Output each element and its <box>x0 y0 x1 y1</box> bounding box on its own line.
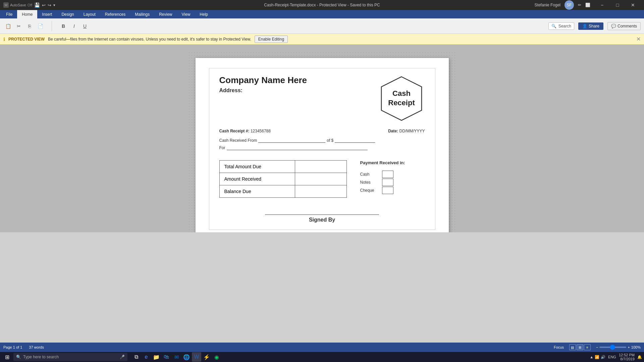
summary-section: Total Amount Due Amount Received Balance… <box>219 160 425 198</box>
taskbar-taskview-button[interactable]: ⧉ <box>131 352 141 362</box>
copy-button[interactable]: ⎘ <box>25 21 34 31</box>
app1-icon: ⚡ <box>203 354 210 360</box>
microphone-icon[interactable]: 🎤 <box>120 355 125 359</box>
taskbar-store-button[interactable]: 🛍 <box>162 352 171 362</box>
search-icon: 🔍 <box>551 24 556 28</box>
tray-expand-icon[interactable]: ▲ <box>590 355 593 359</box>
close-button[interactable]: ✕ <box>625 0 641 10</box>
autosave-status: Off <box>28 3 32 7</box>
total-amount-due-value <box>295 161 346 173</box>
taskbar-edge-button[interactable]: e <box>142 352 151 362</box>
cash-receipt-hex: Cash Receipt <box>378 75 425 122</box>
table-row: Amount Received <box>219 173 346 185</box>
taskbar-search-text[interactable]: Type here to search <box>23 355 59 359</box>
date-label: Date: <box>388 129 398 133</box>
focus-label[interactable]: Focus <box>554 345 564 349</box>
tab-references[interactable]: References <box>100 10 130 18</box>
share-button[interactable]: 👤 Share <box>578 22 603 30</box>
balance-due-label: Balance Due <box>219 185 295 198</box>
taskbar-mail-button[interactable]: ✉ <box>172 352 181 362</box>
start-button[interactable]: ⊞ <box>2 353 12 361</box>
taskbar-chrome-button[interactable]: 🌐 <box>182 352 191 362</box>
total-amount-due-label: Total Amount Due <box>219 161 295 173</box>
window-controls[interactable]: − □ ✕ <box>594 0 641 10</box>
taskbar-search[interactable]: 🔍 Type here to search 🎤 <box>13 353 127 361</box>
payment-notes-checkbox[interactable] <box>382 179 393 186</box>
receipt-date-group: Date: DD/MM/YYYY <box>388 129 425 133</box>
titlebar-left: W AutoSave Off 💾 ↩ ↪ ▾ <box>3 2 55 8</box>
receipt-number-value: 123456788 <box>251 129 271 133</box>
titlebar-right: Stefanie Fogel SF ✏ ⬜ − □ ✕ <box>535 0 641 10</box>
receipt-number-label: Cash Receipt #: <box>219 129 250 133</box>
zoom-in-button[interactable]: + <box>628 345 630 349</box>
signed-line <box>265 215 379 215</box>
undo-icon[interactable]: ↩ <box>42 3 46 8</box>
comments-button[interactable]: 💬 Comments <box>607 22 641 30</box>
tab-file[interactable]: File <box>1 10 17 18</box>
tab-design[interactable]: Design <box>57 10 78 18</box>
notification-icon[interactable]: 🔔 <box>637 355 642 359</box>
save-icon[interactable]: 💾 <box>34 2 40 8</box>
tab-insert[interactable]: Insert <box>37 10 57 18</box>
view-buttons: ▤ ⊞ ≡ <box>569 344 591 350</box>
redo-icon[interactable]: ↪ <box>48 3 51 8</box>
zoom-slider[interactable] <box>599 347 626 348</box>
paste-button[interactable]: 📄 <box>36 21 45 31</box>
payment-cash-label: Cash <box>360 172 379 177</box>
tab-layout[interactable]: Layout <box>79 10 100 18</box>
print-view-button[interactable]: ▤ <box>569 344 576 350</box>
taskview-icon: ⧉ <box>135 354 138 360</box>
ribbon-search[interactable]: 🔍 Search <box>548 22 574 30</box>
share-icon: 👤 <box>582 24 587 28</box>
statusbar-right: Focus ▤ ⊞ ≡ − + 100% <box>554 344 641 350</box>
taskbar-explorer-button[interactable]: 📁 <box>152 352 161 362</box>
tray-volume-icon[interactable]: 🔊 <box>601 355 605 359</box>
display-icon[interactable]: ⬜ <box>585 3 590 7</box>
font-italic-button[interactable]: I <box>69 21 79 31</box>
tab-view[interactable]: View <box>177 10 195 18</box>
tab-mailings[interactable]: Mailings <box>130 10 154 18</box>
font-bold-button[interactable]: B <box>59 21 68 31</box>
taskbar: ⊞ 🔍 Type here to search 🎤 ⧉ e 📁 🛍 ✉ 🌐 W … <box>0 352 644 362</box>
payment-cash-checkbox[interactable] <box>382 171 393 178</box>
search-label[interactable]: Search <box>558 24 571 28</box>
protected-close-button[interactable]: ✕ <box>636 36 641 42</box>
app2-icon: ◉ <box>214 354 219 360</box>
outline-view-button[interactable]: ≡ <box>584 344 591 350</box>
taskbar-word-button[interactable]: W <box>192 352 201 362</box>
ribbon-font-group: B I U <box>59 21 90 31</box>
payment-received-title: Payment Received in: <box>360 160 405 165</box>
protected-message: Be careful—files from the Internet can c… <box>48 37 251 42</box>
amount-field <box>335 138 375 143</box>
font-underline-button[interactable]: U <box>80 21 90 31</box>
taskbar-app2-button[interactable]: ◉ <box>212 352 221 362</box>
date-display: 8/7/2019 <box>619 357 635 361</box>
tab-review[interactable]: Review <box>154 10 177 18</box>
minimize-button[interactable]: − <box>594 0 610 10</box>
tab-help[interactable]: Help <box>195 10 213 18</box>
cut-button[interactable]: ✂ <box>14 21 23 31</box>
payment-items: Cash Notes Cheque <box>360 171 405 195</box>
restore-button[interactable]: □ <box>610 0 625 10</box>
hex-text-1: Cash <box>392 89 411 98</box>
payment-cheque-checkbox[interactable] <box>382 187 393 194</box>
word-count: 37 words <box>29 345 44 349</box>
zoom-percent: 100% <box>631 345 641 349</box>
edit-icon[interactable]: ✏ <box>578 3 581 7</box>
customize-icon[interactable]: ▾ <box>53 3 55 7</box>
windows-icon: ⊞ <box>5 354 9 360</box>
enable-editing-button[interactable]: Enable Editing <box>255 36 288 43</box>
tab-home[interactable]: Home <box>17 10 37 18</box>
taskbar-app1-button[interactable]: ⚡ <box>202 352 211 362</box>
titlebar: W AutoSave Off 💾 ↩ ↪ ▾ Cash-Receipt-Temp… <box>0 0 644 10</box>
web-view-button[interactable]: ⊞ <box>577 344 583 350</box>
company-info: Company Name Here Address: <box>219 75 307 94</box>
signed-by-label: Signed By <box>219 217 425 223</box>
autosave-label: AutoSave <box>10 3 26 7</box>
zoom-out-button[interactable]: − <box>596 345 598 349</box>
tray-network-icon[interactable]: 📶 <box>595 355 599 359</box>
word-icon: W <box>194 354 199 360</box>
for-field <box>227 145 368 150</box>
receipt-number-group: Cash Receipt #: 123456788 <box>219 129 271 133</box>
clipboard-button[interactable]: 📋 <box>3 21 13 31</box>
